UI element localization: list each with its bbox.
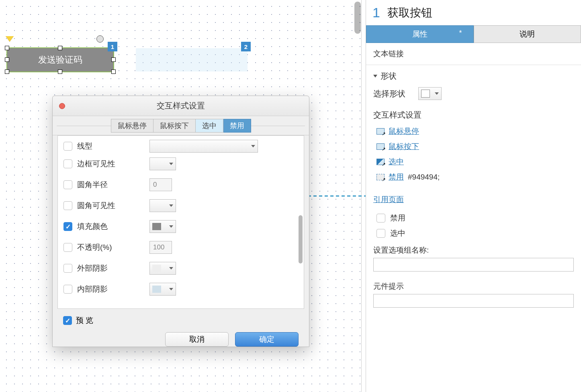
checkbox-fill-color[interactable] [63, 222, 72, 231]
tab-notes[interactable]: 说明 [474, 25, 581, 43]
select-shape-label: 选择形状 [373, 88, 405, 99]
checkbox-line-style[interactable] [63, 142, 72, 151]
prop-row-outer-shadow: 外部阴影 [63, 258, 298, 279]
link-disabled-style[interactable]: 禁用 [389, 172, 404, 182]
shape-picker[interactable] [418, 87, 442, 100]
prop-row-inner-shadow: 内部阴影 [63, 279, 298, 300]
resize-handle[interactable] [58, 69, 62, 74]
tab-properties[interactable]: 属性 * [366, 25, 474, 43]
checkbox-inner-shadow[interactable] [63, 285, 72, 294]
selected-widget-label: 发送验证码 [38, 54, 82, 66]
corner-visible-dropdown[interactable] [149, 199, 176, 212]
checkbox-preview[interactable] [63, 316, 72, 325]
close-icon[interactable] [59, 103, 65, 109]
dirty-indicator: * [459, 29, 462, 37]
disabled-style-icon [376, 174, 385, 180]
label-inner-shadow: 内部阴影 [77, 284, 149, 294]
prop-row-corner-visible: 圆角可见性 [63, 195, 298, 216]
tab-selected[interactable]: 选中 [196, 119, 223, 133]
checkbox-selected-state[interactable] [376, 229, 385, 238]
checkbox-outer-shadow[interactable] [63, 264, 72, 273]
label-corner-radius: 圆角半径 [77, 180, 149, 190]
tab-hover[interactable]: 鼠标悬停 [111, 119, 153, 133]
dialog-titlebar[interactable]: 交互样式设置 [53, 96, 309, 116]
text-link-section: 文本链接 [366, 43, 581, 65]
link-hover-label: 鼠标悬停 [389, 126, 419, 137]
link-selected-label: 选中 [389, 157, 404, 167]
prop-row-fill-color: 填充颜色 [63, 216, 298, 237]
dialog-tabs: 鼠标悬停 鼠标按下 选中 禁用 [53, 116, 309, 135]
label-border-visible: 边框可见性 [77, 159, 149, 169]
label-opacity: 不透明(%) [77, 242, 149, 253]
dialog-body-scrollbar[interactable] [299, 215, 303, 263]
prop-row-corner-radius: 圆角半径 [63, 174, 298, 195]
inspector-tabs: 属性 * 说明 [366, 25, 581, 43]
interaction-style-dialog: 交互样式设置 鼠标悬停 鼠标按下 选中 禁用 线型 边框可见性 圆角半径 圆角可… [52, 96, 309, 347]
line-style-dropdown[interactable] [149, 140, 258, 153]
checkbox-disabled-state[interactable] [376, 214, 385, 223]
inspector-header: 1 获取按钮 [366, 0, 581, 25]
tab-properties-label: 属性 [412, 29, 428, 39]
selected-style-icon [376, 159, 385, 165]
link-hover-style[interactable]: 鼠标悬停 [376, 124, 574, 139]
hover-style-icon [376, 128, 385, 135]
link-selected-style[interactable]: 选中 [376, 154, 574, 169]
tab-mousedown[interactable]: 鼠标按下 [153, 119, 196, 133]
resize-handle[interactable] [111, 69, 116, 74]
interaction-styles-label: 交互样式设置 [373, 110, 574, 120]
resize-handle[interactable] [5, 69, 9, 74]
widget-title: 获取按钮 [387, 5, 432, 20]
chevron-down-icon [435, 92, 439, 95]
ok-button[interactable]: 确定 [235, 332, 299, 347]
disabled-checkbox-row: 禁用 [376, 210, 574, 226]
canvas-scrollbar[interactable] [354, 2, 361, 34]
link-disabled-style-row: 禁用 #949494; [376, 169, 574, 185]
resize-handle[interactable] [5, 57, 9, 62]
inspector-panel: 1 获取按钮 属性 * 说明 文本链接 形状 选择形状 交互样式设置 [366, 0, 581, 392]
tooltip-input[interactable] [373, 294, 574, 308]
anchor-triangle-icon [6, 36, 14, 42]
reference-page-label: 引用页面 [373, 194, 404, 205]
widget-number: 1 [372, 5, 380, 20]
selected-checkbox-row: 选中 [376, 226, 574, 241]
shape-section-header[interactable]: 形状 [373, 71, 574, 82]
corner-radius-input[interactable] [149, 178, 172, 191]
resize-handle[interactable] [5, 46, 9, 50]
dialog-button-row: 取消 确定 [53, 332, 309, 347]
label-outer-shadow: 外部阴影 [77, 263, 149, 274]
reference-page-link[interactable]: 引用页面 [373, 192, 574, 207]
dialog-body: 线型 边框可见性 圆角半径 圆角可见性 填充颜色 不透明(%) [57, 135, 304, 309]
resize-handle[interactable] [58, 46, 62, 50]
border-visible-dropdown[interactable] [149, 157, 176, 170]
annotation-badge-2: 2 [241, 42, 251, 51]
checkbox-corner-radius[interactable] [63, 180, 72, 189]
resize-handle[interactable] [111, 57, 116, 62]
label-preview: 预 览 [76, 315, 93, 326]
selected-button-widget[interactable]: 发送验证码 [6, 47, 114, 72]
tab-disabled[interactable]: 禁用 [223, 119, 251, 133]
label-fill-color: 填充颜色 [77, 221, 149, 232]
disabled-color-value: #949494; [408, 173, 440, 182]
checkbox-border-visible[interactable] [63, 159, 72, 168]
label-line-style: 线型 [77, 141, 149, 151]
inner-shadow-dropdown[interactable] [149, 283, 176, 296]
link-mousedown-style[interactable]: 鼠标按下 [376, 139, 574, 154]
tooltip-label: 元件提示 [373, 277, 574, 294]
checkbox-opacity[interactable] [63, 243, 72, 252]
mousedown-style-icon [376, 143, 385, 150]
group-name-input[interactable] [373, 258, 574, 272]
checkbox-corner-visible[interactable] [63, 201, 72, 210]
cancel-button[interactable]: 取消 [165, 332, 229, 347]
link-disabled-label: 禁用 [389, 172, 404, 182]
shape-section-label: 形状 [381, 71, 397, 82]
outer-shadow-dropdown[interactable] [149, 262, 176, 275]
label-corner-visible: 圆角可见性 [77, 200, 149, 211]
opacity-input[interactable] [149, 241, 172, 254]
annotation-badge-1: 1 [108, 42, 117, 51]
checkbox-selected-label: 选中 [390, 228, 405, 239]
link-mousedown-label: 鼠标按下 [389, 141, 419, 152]
prop-row-line-style: 线型 [63, 139, 298, 153]
ghost-widget[interactable] [136, 48, 248, 71]
fill-color-picker[interactable] [149, 220, 176, 233]
chevron-down-icon [373, 75, 377, 78]
